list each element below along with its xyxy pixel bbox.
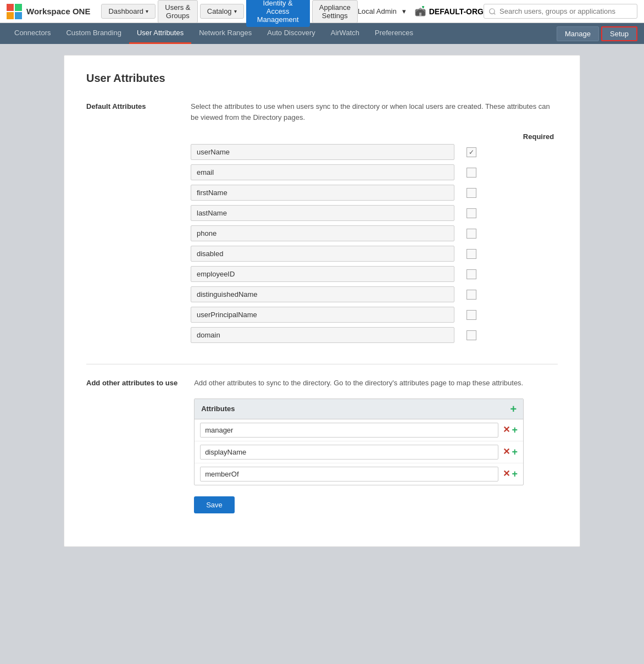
nav-custom-branding[interactable]: Custom Branding <box>58 23 129 44</box>
second-nav-right: Manage Setup <box>557 26 637 41</box>
caret-icon: ▾ <box>234 8 237 14</box>
nav-airwatch[interactable]: AirWatch <box>323 23 367 44</box>
attr-row-userprincipalname <box>191 307 558 323</box>
custom-attr-row-manager: ✕ + <box>195 419 523 441</box>
attr-checkbox-disabled[interactable] <box>467 249 476 259</box>
nav-network-ranges[interactable]: Network Ranges <box>191 23 259 44</box>
custom-attr-input-displayname[interactable] <box>200 445 498 460</box>
default-attributes-description: Select the attributes to use when users … <box>191 101 558 123</box>
attr-checkbox-domain[interactable] <box>467 330 476 340</box>
svg-rect-5 <box>419 13 421 16</box>
add-attr-table-header: Attributes + <box>195 399 523 419</box>
required-label: Required <box>519 132 558 141</box>
attr-input-lastname[interactable] <box>191 205 454 221</box>
custom-attr-row-displayname: ✕ + <box>195 441 523 463</box>
attr-input-username[interactable] <box>191 144 454 160</box>
attr-input-userprincipalname[interactable] <box>191 307 454 323</box>
attr-checkbox-username[interactable]: ✓ <box>467 147 476 157</box>
svg-point-6 <box>422 6 424 8</box>
nav-appliance-settings[interactable]: Appliance Settings <box>312 0 358 23</box>
add-after-manager-button[interactable]: + <box>512 424 518 436</box>
page-title: User Attributes <box>86 72 558 85</box>
app-title: Workspace ONE <box>26 7 90 16</box>
attr-row-employeeid <box>191 266 558 282</box>
admin-area: Local Admin ▾ <box>358 7 406 15</box>
logo-area: Workspace ONE <box>7 4 90 19</box>
attr-row-email <box>191 164 558 180</box>
attr-row-disabled <box>191 246 558 262</box>
attr-input-phone[interactable] <box>191 225 454 241</box>
attr-checkbox-employeeid[interactable] <box>467 269 476 279</box>
action-btns-manager: ✕ + <box>503 424 518 436</box>
attr-input-email[interactable] <box>191 164 454 180</box>
attr-checkbox-phone[interactable] <box>467 229 476 239</box>
attr-checkbox-firstname[interactable] <box>467 188 476 198</box>
action-btns-memberof: ✕ + <box>503 468 518 480</box>
content-card: User Attributes Default Attributes Selec… <box>64 55 580 547</box>
org-badge: DEFAULT-ORG <box>415 6 484 17</box>
nav-catalog[interactable]: Catalog ▾ <box>200 4 244 19</box>
remove-manager-button[interactable]: ✕ <box>503 424 510 436</box>
top-bar: Workspace ONE Dashboard ▾ Users & Groups… <box>0 0 644 23</box>
custom-attr-input-memberof[interactable] <box>200 467 498 482</box>
remove-displayname-button[interactable]: ✕ <box>503 446 510 458</box>
add-attr-header-plus[interactable]: + <box>510 403 517 414</box>
attr-row-lastname <box>191 205 558 221</box>
nav-preferences[interactable]: Preferences <box>367 23 421 44</box>
custom-attr-row-memberof: ✕ + <box>195 463 523 485</box>
admin-caret[interactable]: ▾ <box>402 7 406 15</box>
attr-row-firstname <box>191 185 558 201</box>
nav-connectors[interactable]: Connectors <box>7 23 58 44</box>
svg-rect-3 <box>15 12 22 19</box>
add-attributes-label: Add other attributes to use <box>86 378 177 513</box>
attr-input-distinguishedname[interactable] <box>191 286 454 302</box>
attr-checkbox-userprincipalname[interactable] <box>467 310 476 320</box>
nav-users-groups[interactable]: Users & Groups <box>158 0 198 23</box>
search-input[interactable] <box>484 4 637 19</box>
remove-memberof-button[interactable]: ✕ <box>503 468 510 480</box>
attr-input-firstname[interactable] <box>191 185 454 201</box>
attr-row-phone <box>191 225 558 241</box>
add-after-memberof-button[interactable]: + <box>512 468 518 480</box>
add-after-displayname-button[interactable]: + <box>512 446 518 458</box>
action-btns-displayname: ✕ + <box>503 446 518 458</box>
check-icon: ✓ <box>469 148 474 156</box>
attr-row-username: ✓ <box>191 144 558 160</box>
nav-user-attributes[interactable]: User Attributes <box>129 23 191 44</box>
nav-auto-discovery[interactable]: Auto Discovery <box>259 23 323 44</box>
nav-dashboard[interactable]: Dashboard ▾ <box>101 4 156 19</box>
attr-row-distinguishedname <box>191 286 558 302</box>
org-icon <box>415 6 426 17</box>
default-attributes-content: Select the attributes to use when users … <box>191 101 558 347</box>
manage-button[interactable]: Manage <box>557 26 599 41</box>
attr-row-domain <box>191 327 558 343</box>
svg-rect-1 <box>15 4 22 11</box>
attr-checkbox-email[interactable] <box>467 168 476 178</box>
add-attributes-table: Attributes + ✕ + <box>194 399 524 485</box>
attr-input-domain[interactable] <box>191 327 454 343</box>
add-attributes-content: Add other attributes to sync to the dire… <box>194 378 558 513</box>
attr-input-employeeid[interactable] <box>191 266 454 282</box>
attributes-header: Required <box>191 132 558 141</box>
svg-rect-2 <box>7 12 14 19</box>
add-attr-header-label: Attributes <box>201 405 235 413</box>
add-attributes-section: Add other attributes to use Add other at… <box>86 378 558 513</box>
default-attributes-label: Default Attributes <box>86 101 174 347</box>
org-name: DEFAULT-ORG <box>429 7 484 16</box>
admin-link[interactable]: Local Admin <box>358 7 397 15</box>
default-attributes-section: Default Attributes Select the attributes… <box>86 101 558 347</box>
add-attributes-description: Add other attributes to sync to the dire… <box>194 378 558 389</box>
main-content: User Attributes Default Attributes Selec… <box>47 44 597 558</box>
caret-icon: ▾ <box>146 8 148 14</box>
logo-icon <box>7 4 22 19</box>
setup-button[interactable]: Setup <box>601 26 637 41</box>
svg-rect-0 <box>7 4 14 11</box>
section-divider <box>86 364 558 364</box>
save-button[interactable]: Save <box>194 496 235 513</box>
custom-attr-input-manager[interactable] <box>200 423 498 438</box>
attr-input-disabled[interactable] <box>191 246 454 262</box>
attr-checkbox-lastname[interactable] <box>467 208 476 218</box>
second-nav: Connectors Custom Branding User Attribut… <box>0 23 644 44</box>
attr-checkbox-distinguishedname[interactable] <box>467 290 476 300</box>
